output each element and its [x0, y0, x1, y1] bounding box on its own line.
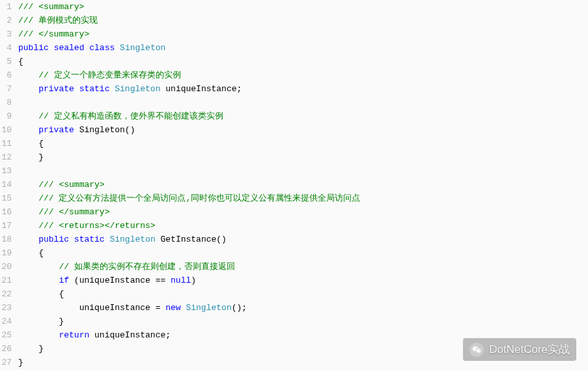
token-text: }: [38, 152, 44, 162]
token-text: }: [38, 344, 44, 354]
line-number: 3: [0, 27, 12, 41]
code-line: public static Singleton GetInstance(): [18, 233, 588, 246]
code-line: /// 单例模式的实现: [18, 14, 588, 27]
code-line: {: [18, 246, 588, 260]
token-type: Singleton: [115, 84, 160, 94]
watermark-label: DotNetCore实战: [489, 342, 570, 357]
token-text: (uniqueInstance ==: [69, 276, 171, 285]
code-line: [18, 164, 588, 178]
line-number: 21: [0, 274, 12, 287]
line-number: 7: [0, 82, 12, 96]
line-number: 27: [0, 356, 12, 369]
line-number: 19: [0, 246, 12, 260]
token-text: [69, 235, 74, 244]
line-number: 15: [0, 192, 12, 205]
line-number-gutter: 1234567891011121314151617181920212223242…: [0, 0, 16, 369]
code-line: /// <summary>: [18, 0, 588, 14]
token-kw: public: [38, 235, 69, 244]
line-number: 25: [0, 328, 12, 342]
token-text: [115, 43, 120, 53]
token-kw: if: [59, 276, 69, 285]
token-kw: class: [89, 43, 115, 53]
token-text: uniqueInstance;: [89, 330, 171, 340]
code-line: // 定义一个静态变量来保存类的实例: [18, 68, 588, 82]
watermark: DotNetCore实战: [463, 338, 576, 361]
line-number: 11: [0, 137, 12, 150]
line-number: 24: [0, 315, 12, 328]
code-line: /// 定义公有方法提供一个全局访问点,同时你也可以定义公有属性来提供全局访问点: [18, 192, 588, 205]
line-number: 22: [0, 287, 12, 301]
token-kw: new: [165, 303, 180, 313]
token-cmt: /// 单例模式的实现: [18, 16, 98, 25]
code-line: public sealed class Singleton: [18, 41, 588, 55]
token-cmt: /// <returns></returns>: [38, 221, 155, 231]
token-text: GetInstance(): [156, 235, 227, 244]
line-number: 9: [0, 109, 12, 123]
code-line: /// </summary>: [18, 27, 588, 41]
code-line: }: [18, 150, 588, 164]
token-kw: static: [79, 84, 110, 94]
token-text: {: [38, 139, 44, 149]
line-number: 10: [0, 123, 12, 137]
token-cmt: /// <summary>: [18, 2, 84, 12]
token-text: }: [59, 317, 64, 326]
token-text: Singleton(): [74, 125, 135, 135]
code-line: /// </summary>: [18, 205, 588, 219]
line-number: 6: [0, 68, 12, 82]
line-number: 18: [0, 233, 12, 246]
code-line: /// <summary>: [18, 178, 588, 192]
line-number: 16: [0, 205, 12, 219]
line-number: 4: [0, 41, 12, 55]
code-line: {: [18, 287, 588, 301]
code-line: /// <returns></returns>: [18, 219, 588, 233]
line-number: 20: [0, 260, 12, 274]
line-number: 14: [0, 178, 12, 192]
token-cmt: // 如果类的实例不存在则创建，否则直接返回: [59, 262, 234, 272]
token-text: {: [18, 57, 23, 66]
token-type: Singleton: [109, 235, 155, 244]
token-kw: sealed: [54, 43, 85, 53]
token-type: Singleton: [186, 303, 231, 313]
token-text: ): [191, 276, 196, 285]
line-number: 8: [0, 96, 12, 109]
code-line: private static Singleton uniqueInstance;: [18, 82, 588, 96]
token-text: [74, 84, 79, 94]
code-line: [18, 96, 588, 109]
token-cmt: /// </summary>: [38, 207, 109, 217]
code-line: {: [18, 55, 588, 68]
code-block: 1234567891011121314151617181920212223242…: [0, 0, 588, 369]
code-line: // 如果类的实例不存在则创建，否则直接返回: [18, 260, 588, 274]
line-number: 5: [0, 55, 12, 68]
token-cmt: /// <summary>: [38, 180, 104, 190]
line-number: 23: [0, 301, 12, 315]
token-kw: public: [18, 43, 49, 53]
code-line: {: [18, 137, 588, 150]
code-content: /// <summary>/// 单例模式的实现/// </summary>pu…: [16, 0, 588, 369]
token-cmt: /// 定义公有方法提供一个全局访问点,同时你也可以定义公有属性来提供全局访问点: [38, 193, 360, 203]
token-text: {: [38, 248, 44, 258]
token-kw: null: [171, 276, 191, 285]
line-number: 26: [0, 342, 12, 356]
token-kw: static: [74, 235, 105, 244]
token-text: {: [59, 289, 64, 299]
code-line: uniqueInstance = new Singleton();: [18, 301, 588, 315]
code-line: private Singleton(): [18, 123, 588, 137]
token-text: [49, 43, 54, 53]
line-number: 13: [0, 164, 12, 178]
token-text: }: [18, 358, 23, 367]
token-cmt: // 定义一个静态变量来保存类的实例: [38, 70, 180, 80]
token-kw: private: [38, 125, 74, 135]
code-line: if (uniqueInstance == null): [18, 274, 588, 287]
line-number: 2: [0, 14, 12, 27]
wechat-icon: [469, 343, 484, 357]
token-kw: private: [38, 84, 74, 94]
token-cmt: /// </summary>: [18, 29, 89, 39]
line-number: 12: [0, 150, 12, 164]
token-cmt: // 定义私有构造函数，使外界不能创建该类实例: [38, 111, 223, 121]
token-text: uniqueInstance =: [79, 303, 166, 313]
token-text: uniqueInstance;: [160, 84, 242, 94]
code-line: }: [18, 315, 588, 328]
code-line: // 定义私有构造函数，使外界不能创建该类实例: [18, 109, 588, 123]
token-kw: return: [59, 330, 89, 340]
line-number: 1: [0, 0, 12, 14]
